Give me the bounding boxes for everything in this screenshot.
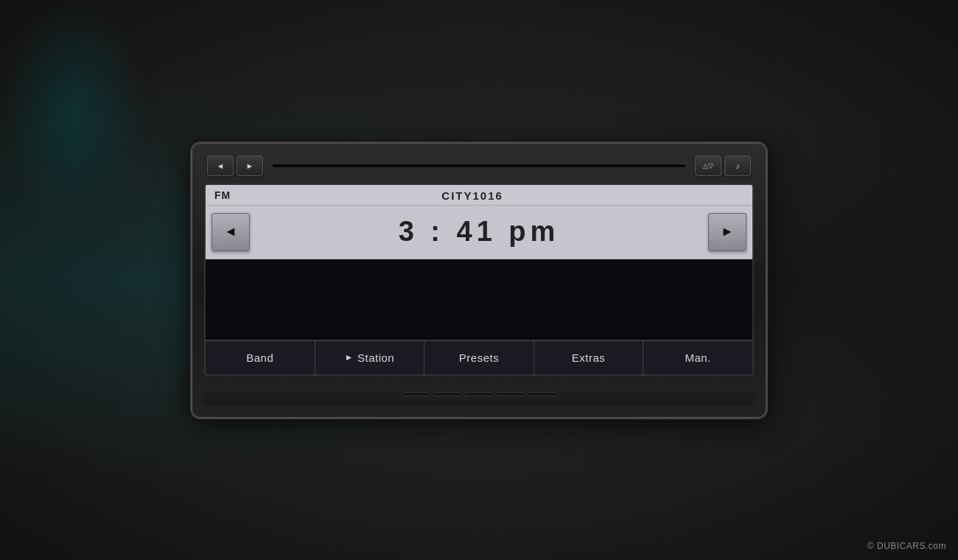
- presets-label: Presets: [459, 351, 499, 364]
- band-button[interactable]: Band: [206, 341, 315, 374]
- next-track-button[interactable]: ►: [237, 155, 263, 176]
- top-controls: ◄ ► △▽ ♪: [204, 155, 754, 176]
- prev-track-button[interactable]: ◄: [207, 155, 234, 176]
- band-label: Band: [246, 351, 273, 364]
- left-control-group: ◄ ►: [207, 155, 263, 176]
- extras-button[interactable]: Extras: [534, 341, 644, 374]
- man-label: Man.: [685, 351, 710, 364]
- vent-5: [528, 392, 557, 396]
- station-name: CITY1016: [441, 189, 503, 202]
- up-down-button[interactable]: △▽: [695, 155, 721, 176]
- screen-menu: Band ► Station Presets Extras Man.: [206, 340, 752, 374]
- station-play-icon: ►: [345, 352, 354, 363]
- next-station-button[interactable]: [708, 213, 747, 251]
- bottom-strip: [204, 383, 754, 405]
- station-button[interactable]: ► Station: [315, 341, 425, 374]
- vent-slots: [401, 392, 557, 396]
- vent-4: [496, 392, 525, 396]
- head-unit: ◄ ► △▽ ♪ FM CITY1016: [192, 143, 766, 418]
- screen-time-row: 3 : 41 pm: [206, 206, 752, 259]
- vent-1: [401, 392, 430, 396]
- car-panel: ◄ ► △▽ ♪ FM CITY1016: [0, 0, 958, 560]
- station-label: Station: [357, 351, 394, 364]
- presets-button[interactable]: Presets: [424, 341, 534, 374]
- fm-label: FM: [214, 189, 231, 201]
- cd-slot: [272, 164, 686, 168]
- prev-station-button[interactable]: [211, 213, 250, 251]
- right-control-group: △▽ ♪: [695, 155, 751, 176]
- radio-screen: FM CITY1016 3 : 41 pm Band: [204, 183, 754, 376]
- extras-label: Extras: [572, 351, 606, 364]
- time-display: 3 : 41 pm: [250, 216, 708, 248]
- watermark: © DUBICARS.com: [867, 541, 946, 551]
- vent-3: [464, 392, 494, 396]
- man-button[interactable]: Man.: [643, 341, 752, 374]
- head-unit-wrapper: ◄ ► △▽ ♪ FM CITY1016: [192, 143, 766, 418]
- vent-2: [433, 392, 462, 396]
- screen-info-area: [206, 259, 752, 340]
- music-button[interactable]: ♪: [724, 155, 751, 176]
- screen-header: FM CITY1016: [206, 185, 752, 206]
